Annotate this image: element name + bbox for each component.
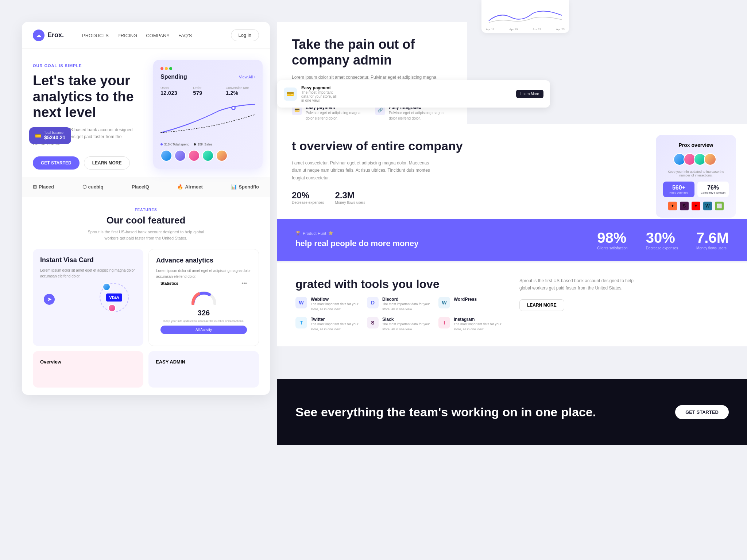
features-section: FEATURES Our cool featured Sprout is the… bbox=[22, 197, 270, 395]
easy-payment-card: 💳 Easy payment The most important data f… bbox=[277, 80, 550, 108]
satisfaction-value: 98% bbox=[597, 230, 627, 246]
feature-card-analytics: Advance analytics Lorem ipsum dolor sit … bbox=[148, 249, 259, 346]
ep-title: Easy payment bbox=[301, 85, 338, 90]
stats-mini-title: Statistics bbox=[160, 281, 178, 285]
dot-green bbox=[169, 67, 172, 70]
legend-total: $18K Total spend bbox=[160, 143, 189, 146]
expenses-label: Decrease expenses bbox=[646, 246, 678, 250]
cta-title: See everything the team's working on in … bbox=[295, 404, 596, 420]
satisfaction-label: Clients satisfaction bbox=[597, 246, 627, 250]
chart-label-1: Apr 17 bbox=[486, 28, 495, 31]
partner-placed: ⊞ Placed bbox=[33, 184, 54, 190]
visa-card-title: Instant Visa Card bbox=[40, 256, 136, 264]
prox-growth-value: 76% bbox=[700, 184, 726, 191]
avatar-1 bbox=[160, 150, 172, 162]
overview-stat-money: 2.3M Money flows users bbox=[335, 190, 365, 205]
partner-spendflo: 📊 Spendflo bbox=[231, 184, 259, 190]
gauge-container: 326 bbox=[160, 289, 247, 317]
dot-yellow bbox=[165, 67, 168, 70]
feature-cards: Instant Visa Card Lorem ipsum dolor sit … bbox=[33, 249, 259, 346]
instagram-icon: I bbox=[438, 317, 450, 328]
money-label: Money flows users bbox=[696, 246, 729, 250]
login-button[interactable]: Log in bbox=[231, 29, 259, 41]
window-dots bbox=[160, 67, 172, 70]
integrations-section: grated with tools you love W Webflow The… bbox=[277, 262, 747, 346]
partners-section: ⊞ Placed ⬡ cuebiq PlaceIQ 🔥 Airmeet 📊 Sp… bbox=[22, 177, 270, 197]
stats-banner-brand: 🏆 Product Hunt ⭐ bbox=[295, 231, 597, 236]
cta-get-started-button[interactable]: GET STARTED bbox=[675, 405, 729, 419]
visa-card-desc: Lorem ipsum dolor sit amet eget et adipi… bbox=[40, 268, 136, 279]
stats-banner-title: help real people do more money bbox=[295, 238, 597, 249]
stats-banner-left: 🏆 Product Hunt ⭐ help real people do mor… bbox=[295, 231, 597, 249]
integration-discord: D Discord The most important data for yo… bbox=[367, 297, 433, 312]
webflow-desc: The most important data for your store, … bbox=[311, 302, 362, 312]
nav-pricing[interactable]: PRICING bbox=[117, 33, 137, 38]
integrations-title: grated with tools you love bbox=[295, 277, 505, 291]
feature-card-visa: Instant Visa Card Lorem ipsum dolor sit … bbox=[33, 249, 143, 346]
prox-int-5: ⬜ bbox=[715, 202, 724, 210]
nav-faq[interactable]: FAQ'S bbox=[178, 33, 192, 38]
nav-products[interactable]: PRODUCTS bbox=[82, 33, 109, 38]
balance-amount: $5240.21 bbox=[44, 135, 65, 140]
spending-title: Spending bbox=[160, 74, 187, 80]
stat-conversion-label: Conversion rate bbox=[226, 86, 255, 90]
overview-inner: t overview of entire company t amet cons… bbox=[277, 124, 747, 229]
ep-learn-more-button[interactable]: Learn More bbox=[516, 90, 543, 98]
visa-illustration: VISA ➤ bbox=[40, 283, 136, 312]
overview-section: t overview of entire company t amet cons… bbox=[277, 124, 747, 229]
integrations-description: Sprout is the first US-based bank accoun… bbox=[519, 277, 636, 292]
pain-title: Take the pain out of company admin bbox=[292, 36, 452, 68]
stat-order-label: Order bbox=[193, 86, 222, 90]
prox-int-4: W bbox=[703, 202, 712, 210]
twitter-text: Twitter The most important data for your… bbox=[311, 317, 362, 332]
webflow-text: Webflow The most important data for your… bbox=[311, 297, 362, 312]
left-panel: ☁ Erox. PRODUCTS PRICING COMPANY FAQ'S L… bbox=[22, 22, 270, 395]
get-started-button[interactable]: GET STARTED bbox=[33, 156, 80, 170]
stats-mini-header: Statistics ••• bbox=[160, 280, 247, 286]
chart-labels: Apr 17 Apr 19 Apr 21 Apr 23 bbox=[486, 28, 565, 31]
svg-point-1 bbox=[232, 107, 235, 109]
partner-airmeet: 🔥 Airmeet bbox=[177, 184, 202, 190]
brand-logo[interactable]: ☁ Erox. bbox=[33, 30, 64, 41]
prox-growth-label: Company's Growth bbox=[700, 191, 726, 194]
all-activity-button[interactable]: All Activity bbox=[160, 326, 247, 334]
integrations-learn-more-button[interactable]: LEARN MORE bbox=[519, 299, 564, 311]
banner-stat-expenses: 30% Decrease expenses bbox=[646, 230, 678, 250]
money-value: 7.6M bbox=[696, 230, 729, 246]
view-all-link[interactable]: View All › bbox=[239, 75, 255, 79]
prox-description: Keep your info updated to increase the n… bbox=[663, 170, 729, 177]
stat-users-value: 12.023 bbox=[160, 90, 190, 96]
prox-stat-growth: 76% Company's Growth bbox=[697, 182, 729, 197]
stat-conversion-value: 1.2% bbox=[226, 90, 255, 96]
prox-stats: 560+ Keep your info 76% Company's Growth bbox=[663, 182, 729, 197]
product-hunt-icon: 🏆 bbox=[295, 231, 301, 236]
visa-logo: VISA bbox=[106, 293, 122, 302]
gauge-chart bbox=[189, 289, 218, 307]
easy-admin-label: EASY ADMIN bbox=[156, 359, 185, 365]
wordpress-icon: W bbox=[438, 297, 450, 308]
overview-stats: 20% Decrease expenses 2.3M Money flows u… bbox=[292, 190, 630, 205]
integrations-right: Sprout is the first US-based bank accoun… bbox=[519, 277, 729, 311]
avatars-row bbox=[160, 150, 255, 162]
ep-text: Easy payment The most important data for… bbox=[301, 85, 338, 102]
learn-more-button[interactable]: LEARN MORE bbox=[84, 156, 130, 170]
wordpress-name: WordPress bbox=[454, 297, 477, 302]
integrations-grid: W Webflow The most important data for yo… bbox=[295, 297, 505, 332]
integrated-feature-desc: Pulvinar eget et adipiscing magna dolor … bbox=[389, 110, 452, 121]
avatar-3 bbox=[188, 150, 200, 162]
balance-icon: 💳 bbox=[35, 133, 41, 139]
wordpress-text: WordPress bbox=[454, 297, 477, 302]
twitter-desc: The most important data for your store, … bbox=[311, 322, 362, 332]
airmeet-icon: 🔥 bbox=[177, 184, 183, 190]
features-title: Our cool featured bbox=[33, 215, 259, 226]
nav-company[interactable]: COMPANY bbox=[146, 33, 170, 38]
chart-label-4: Apr 23 bbox=[556, 28, 565, 31]
chart-label-3: Apr 21 bbox=[533, 28, 541, 31]
prox-int-2: S bbox=[680, 202, 689, 210]
stats-menu-dots: ••• bbox=[241, 280, 247, 286]
chart-label-2: Apr 19 bbox=[509, 28, 518, 31]
spending-legend: $18K Total spend $5K Sales bbox=[160, 143, 255, 146]
prox-integrations: ✦ S ✦ W ⬜ bbox=[663, 202, 729, 210]
prox-card: Prox overview Keep your info updated to … bbox=[656, 135, 736, 218]
webflow-icon: W bbox=[295, 297, 307, 308]
